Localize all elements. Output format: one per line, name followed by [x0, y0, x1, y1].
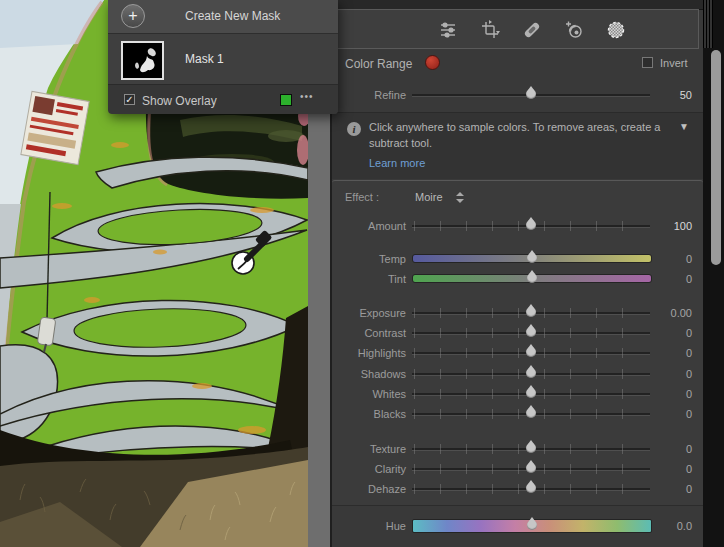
tint-slider[interactable]	[412, 274, 652, 283]
highlights-label: Highlights	[332, 346, 406, 360]
overlay-color-swatch[interactable]	[280, 94, 292, 106]
masks-popup: + Create New Mask Mask 1 ✓ Show Overlay …	[108, 0, 338, 114]
exposure-slider[interactable]	[412, 312, 650, 314]
show-overlay-label: Show Overlay	[142, 94, 217, 108]
tint-slider-thumb[interactable]	[527, 273, 537, 283]
texture-slider[interactable]	[412, 448, 650, 450]
mask-name: Mask 1	[185, 52, 224, 66]
effect-spinner-icon[interactable]	[456, 192, 464, 203]
refine-value: 50	[638, 88, 692, 102]
dehaze-slider-thumb[interactable]	[526, 483, 536, 493]
create-new-mask-label: Create New Mask	[185, 9, 280, 23]
whites-slider-thumb[interactable]	[526, 388, 536, 398]
highlights-value: 0	[638, 346, 692, 360]
blacks-slider[interactable]	[412, 413, 650, 415]
panel-scrollbar-area	[703, 0, 724, 547]
amount-label: Amount	[332, 219, 406, 233]
scrollbar-thumb[interactable]	[711, 50, 721, 265]
shadows-slider-row: Shadows 0	[332, 367, 703, 381]
windshield-sign	[21, 91, 89, 164]
shadows-slider[interactable]	[412, 373, 650, 375]
tint-slider-row: Tint 0	[332, 272, 703, 286]
shadows-label: Shadows	[332, 367, 406, 381]
temp-label: Temp	[332, 252, 406, 266]
contrast-value: 0	[638, 326, 692, 340]
contrast-slider-row: Contrast 0	[332, 326, 703, 340]
learn-more-link[interactable]: Learn more	[369, 157, 425, 169]
lightroom-masking-ui: Color Range Invert Refine 50 i Click any…	[0, 0, 724, 547]
info-icon: i	[347, 122, 361, 136]
contrast-slider-thumb[interactable]	[526, 327, 536, 337]
crop-rotate-icon[interactable]	[473, 19, 507, 41]
texture-label: Texture	[332, 442, 406, 456]
mask-thumbnail[interactable]	[121, 41, 164, 80]
adjust-sliders-icon[interactable]	[431, 19, 465, 41]
hue-value: 0.0	[638, 519, 692, 533]
masking-icon[interactable]	[599, 19, 633, 41]
exposure-slider-row: Exposure 0.00	[332, 306, 703, 320]
info-message: Click anywhere to sample colors. To remo…	[369, 120, 665, 152]
amount-slider-thumb[interactable]	[526, 220, 536, 230]
blacks-label: Blacks	[332, 407, 406, 421]
dehaze-value: 0	[638, 482, 692, 496]
dehaze-slider-row: Dehaze 0	[332, 482, 703, 496]
plus-icon[interactable]: +	[121, 4, 145, 28]
exposure-label: Exposure	[332, 306, 406, 320]
clarity-value: 0	[638, 462, 692, 476]
invert-checkbox[interactable]	[642, 57, 653, 68]
hue-label: Hue	[332, 519, 406, 533]
create-new-mask-button[interactable]: + Create New Mask	[108, 0, 338, 33]
temp-slider-thumb[interactable]	[527, 253, 537, 263]
whites-slider-row: Whites 0	[332, 387, 703, 401]
overlay-more-options[interactable]: •••	[300, 91, 314, 102]
tint-value: 0	[638, 272, 692, 286]
hue-slider[interactable]	[412, 519, 652, 533]
blacks-slider-thumb[interactable]	[526, 408, 536, 418]
invert-label: Invert	[660, 57, 688, 69]
effect-label: Effect :	[345, 191, 379, 203]
sampled-color-swatch[interactable]	[425, 55, 440, 70]
refine-label: Refine	[332, 88, 406, 102]
exposure-slider-thumb[interactable]	[526, 307, 536, 317]
clarity-slider-thumb[interactable]	[526, 463, 536, 473]
show-overlay-checkbox[interactable]: ✓	[124, 94, 135, 105]
amount-slider[interactable]	[412, 225, 650, 227]
red-eye-icon[interactable]	[557, 19, 591, 41]
refine-slider-thumb[interactable]	[526, 89, 536, 99]
highlights-slider[interactable]	[412, 352, 650, 354]
texture-slider-thumb[interactable]	[526, 443, 536, 453]
highlights-slider-thumb[interactable]	[526, 347, 536, 357]
whites-slider[interactable]	[412, 393, 650, 395]
refine-slider-row: Refine 50	[332, 88, 703, 102]
clarity-slider[interactable]	[412, 468, 650, 470]
dehaze-slider[interactable]	[412, 488, 650, 490]
temp-value: 0	[638, 252, 692, 266]
amount-value: 100	[638, 219, 692, 233]
shadows-value: 0	[638, 367, 692, 381]
collapse-arrow-icon[interactable]: ▼	[679, 121, 689, 132]
color-range-section: Color Range Invert Refine 50	[332, 51, 703, 112]
hue-slider-row: Hue 0.0	[332, 519, 703, 533]
panel-edge-stripes	[703, 0, 713, 48]
texture-slider-row: Texture 0	[332, 442, 703, 456]
whites-label: Whites	[332, 387, 406, 401]
temp-slider-row: Temp 0	[332, 252, 703, 266]
contrast-label: Contrast	[332, 326, 406, 340]
hue-section: Hue 0.0	[332, 505, 703, 547]
amount-slider-row: Amount 100	[332, 219, 703, 233]
edit-panel: Color Range Invert Refine 50 i Click any…	[330, 0, 703, 547]
effect-dropdown[interactable]: Moire	[415, 191, 443, 203]
hue-slider-thumb[interactable]	[527, 520, 537, 530]
clarity-slider-row: Clarity 0	[332, 462, 703, 476]
blacks-slider-row: Blacks 0	[332, 407, 703, 421]
temp-slider[interactable]	[412, 254, 652, 263]
mask-list-item[interactable]: Mask 1	[108, 33, 338, 84]
shadows-slider-thumb[interactable]	[526, 368, 536, 378]
highlights-slider-row: Highlights 0	[332, 346, 703, 360]
contrast-slider[interactable]	[412, 332, 650, 334]
whites-value: 0	[638, 387, 692, 401]
refine-slider[interactable]	[412, 94, 650, 96]
color-range-title: Color Range	[345, 57, 412, 71]
healing-icon[interactable]	[515, 19, 549, 41]
info-section: i Click anywhere to sample colors. To re…	[332, 112, 703, 179]
